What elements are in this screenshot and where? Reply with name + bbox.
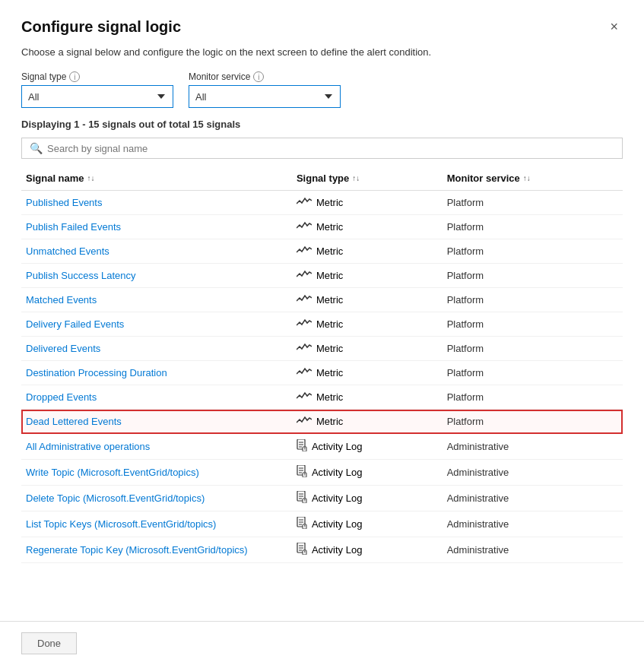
signal-name-link[interactable]: Regenerate Topic Key (Microsoft.EventGri…: [26, 544, 248, 556]
monitor-service-text: Platform: [447, 343, 484, 354]
monitor-service-cell: Platform: [443, 191, 623, 215]
metric-chart-icon: [297, 245, 312, 255]
signal-name-link[interactable]: Dead Lettered Events: [26, 416, 122, 427]
monitor-service-cell: Platform: [443, 288, 623, 312]
monitor-service-text: Platform: [447, 245, 484, 257]
table-row[interactable]: Unmatched Events MetricPlatform: [21, 239, 623, 264]
signal-name-link[interactable]: List Topic Keys (Microsoft.EventGrid/top…: [26, 518, 216, 530]
signal-type-text: Metric: [316, 245, 343, 257]
signal-type-text: Activity Log: [312, 544, 362, 556]
activity-log-doc-icon: [297, 517, 307, 529]
col-header-signal-type: Signal type ↑↓: [292, 166, 443, 191]
table-row[interactable]: Dropped Events MetricPlatform: [21, 385, 623, 410]
table-row[interactable]: List Topic Keys (Microsoft.EventGrid/top…: [21, 511, 623, 537]
monitor-service-cell: Platform: [443, 215, 623, 239]
configure-signal-dialog: Configure signal logic × Choose a signal…: [0, 0, 644, 665]
signal-name-link[interactable]: Publish Failed Events: [26, 221, 121, 233]
signal-type-text: Metric: [316, 294, 343, 306]
signal-name-sort-icon[interactable]: ↑↓: [87, 175, 95, 182]
metric-icon: [297, 318, 312, 331]
done-button[interactable]: Done: [21, 632, 77, 654]
search-icon: 🔍: [30, 142, 43, 154]
table-row[interactable]: Dead Lettered Events MetricPlatform: [21, 410, 623, 434]
signal-name-link[interactable]: Published Events: [26, 197, 102, 208]
metric-icon: [297, 415, 312, 428]
monitor-service-text: Platform: [447, 270, 484, 281]
signal-name-link[interactable]: All Administrative operations: [26, 441, 150, 452]
search-input[interactable]: [47, 143, 614, 154]
monitor-service-text: Administrative: [447, 467, 509, 478]
table-row[interactable]: Destination Processing Duration MetricPl…: [21, 361, 623, 385]
monitor-service-cell: Platform: [443, 239, 623, 264]
signal-type-info-icon[interactable]: i: [69, 71, 80, 82]
table-row[interactable]: Regenerate Topic Key (Microsoft.EventGri…: [21, 537, 623, 563]
dialog-header: Configure signal logic ×: [21, 18, 623, 36]
signal-type-text: Activity Log: [312, 467, 362, 478]
metric-icon: [297, 220, 312, 233]
signal-type-filter-group: Signal type i All Metric Activity Log: [21, 71, 173, 108]
signal-name-link[interactable]: Dropped Events: [26, 391, 97, 403]
metric-chart-icon: [297, 269, 312, 280]
table-row[interactable]: All Administrative operations Activity L…: [21, 434, 623, 460]
metric-chart-icon: [297, 391, 312, 401]
metric-icon: [297, 342, 312, 355]
col-header-signal-name: Signal name ↑↓: [21, 166, 292, 191]
table-row[interactable]: Matched Events MetricPlatform: [21, 288, 623, 312]
table-row[interactable]: Delivery Failed Events MetricPlatform: [21, 312, 623, 337]
signal-type-text: Activity Log: [312, 492, 362, 504]
table-row[interactable]: Write Topic (Microsoft.EventGrid/topics)…: [21, 460, 623, 486]
signal-name-link[interactable]: Delivery Failed Events: [26, 318, 124, 330]
metric-chart-icon: [297, 342, 312, 353]
signal-name-link[interactable]: Write Topic (Microsoft.EventGrid/topics): [26, 467, 199, 478]
monitor-service-filter-group: Monitor service i All Platform Administr…: [189, 71, 341, 108]
table-row[interactable]: Delivered Events MetricPlatform: [21, 337, 623, 361]
table-row[interactable]: Published Events MetricPlatform: [21, 191, 623, 215]
display-count: Displaying 1 - 15 signals out of total 1…: [21, 119, 623, 130]
monitor-service-text: Platform: [447, 367, 484, 378]
signal-type-text: Metric: [316, 318, 343, 330]
signal-type-label: Signal type i: [21, 71, 173, 82]
monitor-service-cell: Platform: [443, 337, 623, 361]
monitor-service-info-icon[interactable]: i: [253, 71, 264, 82]
search-box: 🔍: [21, 138, 623, 159]
signal-name-link[interactable]: Unmatched Events: [26, 245, 109, 257]
signal-type-sort-icon[interactable]: ↑↓: [352, 175, 360, 182]
monitor-service-cell: Platform: [443, 410, 623, 434]
monitor-service-cell: Platform: [443, 264, 623, 288]
monitor-service-cell: Administrative: [443, 511, 623, 537]
activity-log-doc-icon: [297, 491, 307, 503]
monitor-service-cell: Platform: [443, 385, 623, 410]
monitor-service-text: Platform: [447, 294, 484, 306]
monitor-service-select[interactable]: All Platform Administrative: [189, 85, 341, 108]
activity-log-icon: [297, 491, 307, 505]
signal-type-text: Metric: [316, 391, 343, 403]
table-row[interactable]: Publish Failed Events MetricPlatform: [21, 215, 623, 239]
monitor-service-text: Platform: [447, 391, 484, 403]
table-row[interactable]: Delete Topic (Microsoft.EventGrid/topics…: [21, 486, 623, 511]
signal-name-link[interactable]: Delivered Events: [26, 343, 100, 354]
monitor-service-cell: Administrative: [443, 486, 623, 511]
signal-name-link[interactable]: Matched Events: [26, 294, 97, 306]
signal-name-link[interactable]: Destination Processing Duration: [26, 367, 167, 378]
monitor-service-text: Administrative: [447, 441, 509, 452]
monitor-service-text: Administrative: [447, 492, 509, 504]
signal-name-link[interactable]: Delete Topic (Microsoft.EventGrid/topics…: [26, 492, 205, 504]
metric-chart-icon: [297, 293, 312, 304]
metric-chart-icon: [297, 366, 312, 377]
signal-type-text: Metric: [316, 197, 343, 208]
monitor-service-cell: Administrative: [443, 434, 623, 460]
monitor-service-label: Monitor service i: [189, 71, 341, 82]
monitor-service-cell: Administrative: [443, 460, 623, 486]
signal-type-text: Metric: [316, 367, 343, 378]
close-button[interactable]: ×: [605, 18, 623, 35]
signal-type-text: Activity Log: [312, 441, 362, 452]
monitor-service-text: Administrative: [447, 518, 509, 530]
signal-type-text: Activity Log: [312, 518, 362, 530]
monitor-service-sort-icon[interactable]: ↑↓: [523, 175, 531, 182]
dialog-footer: Done: [0, 621, 644, 665]
metric-chart-icon: [297, 415, 312, 426]
table-row[interactable]: Publish Success Latency MetricPlatform: [21, 264, 623, 288]
signal-name-link[interactable]: Publish Success Latency: [26, 270, 136, 281]
signal-type-select[interactable]: All Metric Activity Log: [21, 85, 173, 108]
monitor-service-text: Platform: [447, 197, 484, 208]
